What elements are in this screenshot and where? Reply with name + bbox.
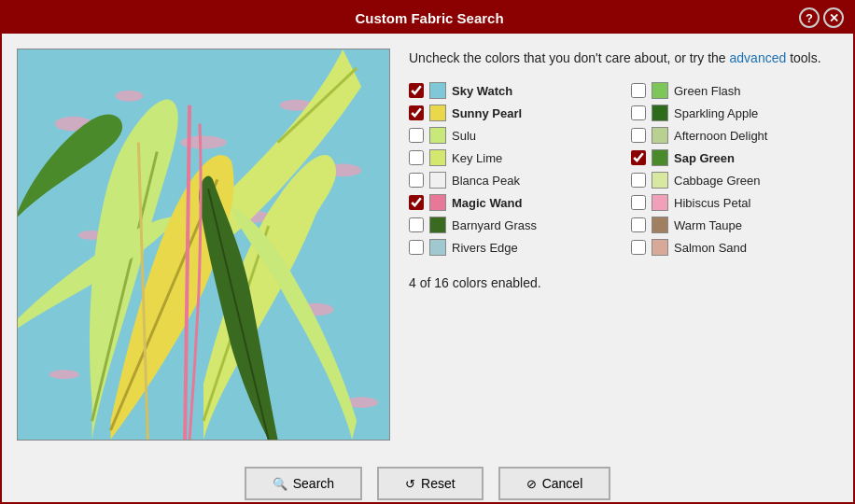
color-checkbox-afternoon-delight[interactable] (631, 128, 646, 143)
svg-point-10 (49, 370, 79, 379)
instructions-text: Uncheck the colors that you don't care a… (409, 50, 730, 65)
cancel-label: Cancel (542, 476, 583, 491)
color-swatch-hibiscus-petal (652, 194, 668, 211)
color-item-sparkling-apple: Sparkling Apple (631, 104, 838, 122)
color-swatch-blanca-peak (429, 172, 446, 189)
color-item-rivers-edge: Rivers Edge (409, 238, 616, 257)
color-swatch-afternoon-delight (652, 127, 668, 144)
color-swatch-green-flash (652, 82, 668, 99)
color-checkbox-sulu[interactable] (409, 128, 424, 143)
color-label-green-flash: Green Flash (674, 84, 741, 98)
search-icon: 🔍 (273, 477, 287, 491)
color-checkbox-rivers-edge[interactable] (409, 240, 424, 255)
color-swatch-magic-wand (429, 194, 446, 211)
color-checkbox-key-lime[interactable] (409, 150, 424, 165)
instructions-text-end: tools. (786, 50, 820, 65)
color-label-afternoon-delight: Afternoon Delight (674, 129, 767, 143)
cancel-icon: ⊘ (526, 477, 537, 491)
right-panel: Uncheck the colors that you don't care a… (409, 49, 838, 441)
reset-button[interactable]: ↺ Reset (377, 467, 484, 500)
color-label-sulu: Sulu (452, 129, 476, 143)
colors-grid: Sky WatchGreen FlashSunny PearlSparkling… (409, 81, 838, 257)
color-swatch-key-lime (429, 149, 446, 166)
color-swatch-rivers-edge (429, 239, 446, 256)
color-label-sparkling-apple: Sparkling Apple (674, 106, 758, 120)
color-swatch-barnyard-grass (429, 217, 446, 233)
color-swatch-sky-watch (429, 82, 446, 99)
color-item-afternoon-delight: Afternoon Delight (631, 126, 838, 145)
instructions: Uncheck the colors that you don't care a… (409, 49, 838, 68)
search-button[interactable]: 🔍 Search (245, 467, 362, 500)
color-label-rivers-edge: Rivers Edge (452, 241, 518, 255)
footer: 🔍 Search ↺ Reset ⊘ Cancel (2, 455, 853, 504)
advanced-link[interactable]: advanced (730, 50, 787, 65)
main-content: Uncheck the colors that you don't care a… (2, 34, 853, 455)
color-label-warm-taupe: Warm Taupe (674, 218, 742, 232)
color-label-barnyard-grass: Barnyard Grass (452, 218, 537, 232)
color-swatch-sparkling-apple (652, 105, 668, 121)
fabric-image (18, 49, 389, 440)
color-swatch-salmon-sand (652, 239, 668, 256)
reset-label: Reset (421, 476, 456, 491)
title-bar-buttons: ? ✕ (799, 7, 844, 28)
status-text: 4 of 16 colors enabled. (409, 275, 838, 290)
color-checkbox-hibiscus-petal[interactable] (631, 195, 646, 210)
color-item-sunny-pearl: Sunny Pearl (409, 104, 616, 122)
color-item-green-flash: Green Flash (631, 81, 838, 100)
color-label-sky-watch: Sky Watch (452, 84, 512, 98)
reset-icon: ↺ (405, 477, 415, 491)
color-label-salmon-sand: Salmon Sand (674, 241, 747, 255)
color-swatch-sap-green (652, 149, 668, 166)
help-button[interactable]: ? (799, 7, 820, 28)
color-label-sap-green: Sap Green (674, 151, 735, 165)
close-button[interactable]: ✕ (823, 7, 844, 28)
color-swatch-sulu (429, 127, 446, 144)
color-item-magic-wand: Magic Wand (409, 193, 616, 212)
color-checkbox-sky-watch[interactable] (409, 83, 424, 98)
color-checkbox-magic-wand[interactable] (409, 195, 424, 210)
color-checkbox-salmon-sand[interactable] (631, 240, 646, 255)
color-item-cabbage-green: Cabbage Green (631, 171, 838, 189)
title-bar: Custom Fabric Search ? ✕ (2, 2, 853, 34)
color-checkbox-sap-green[interactable] (631, 150, 646, 165)
color-swatch-warm-taupe (652, 217, 668, 233)
color-checkbox-cabbage-green[interactable] (631, 173, 646, 188)
cancel-button[interactable]: ⊘ Cancel (498, 467, 611, 500)
color-item-sulu: Sulu (409, 126, 616, 145)
color-item-barnyard-grass: Barnyard Grass (409, 216, 616, 234)
color-swatch-sunny-pearl (429, 105, 446, 121)
color-swatch-cabbage-green (652, 172, 668, 189)
svg-point-2 (115, 91, 143, 102)
color-label-hibiscus-petal: Hibiscus Petal (674, 196, 750, 210)
color-item-blanca-peak: Blanca Peak (409, 171, 616, 189)
search-label: Search (293, 476, 334, 491)
color-checkbox-warm-taupe[interactable] (631, 217, 646, 232)
color-checkbox-sparkling-apple[interactable] (631, 105, 646, 120)
color-item-warm-taupe: Warm Taupe (631, 216, 838, 234)
color-checkbox-blanca-peak[interactable] (409, 173, 424, 188)
dialog: Custom Fabric Search ? ✕ (0, 0, 855, 504)
dialog-title: Custom Fabric Search (60, 10, 799, 26)
fabric-preview (17, 49, 390, 441)
color-checkbox-green-flash[interactable] (631, 83, 646, 98)
color-item-sap-green: Sap Green (631, 148, 838, 167)
color-checkbox-barnyard-grass[interactable] (409, 217, 424, 232)
color-item-salmon-sand: Salmon Sand (631, 238, 838, 257)
color-item-sky-watch: Sky Watch (409, 81, 616, 100)
color-item-key-lime: Key Lime (409, 148, 616, 167)
color-checkbox-sunny-pearl[interactable] (409, 105, 424, 120)
color-label-blanca-peak: Blanca Peak (452, 174, 520, 188)
color-label-key-lime: Key Lime (452, 151, 502, 165)
color-item-hibiscus-petal: Hibiscus Petal (631, 193, 838, 212)
color-label-sunny-pearl: Sunny Pearl (452, 106, 522, 120)
color-label-cabbage-green: Cabbage Green (674, 174, 761, 188)
color-label-magic-wand: Magic Wand (452, 196, 522, 210)
